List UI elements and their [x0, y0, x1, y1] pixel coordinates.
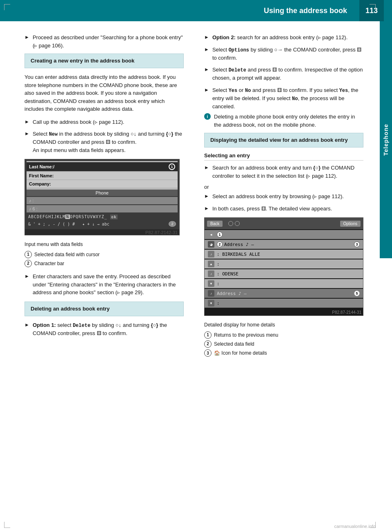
info-item: i Deleting a mobile phone book entry onl…	[204, 113, 363, 129]
sub-heading-selecting: Selecting an entry	[204, 152, 363, 161]
screenshot-detail-view: Back Options ◄ 1 ◕ 2 Address ♪ —	[204, 217, 363, 316]
back-button: Back	[207, 221, 223, 227]
header-title: Using the address book	[264, 7, 347, 15]
city-value: : ODENSE	[217, 271, 360, 277]
back-icon: ◄	[208, 231, 214, 238]
caption-item-2: 2 Character bar	[24, 259, 184, 268]
screenshot-inner: Last Name:/ 1 First Name: Company: Phone	[25, 159, 179, 229]
bullet-select-delete-text: Select Delete and press ⚅ to confirm. Ir…	[212, 66, 363, 82]
field-phone2: ♪ 6 :	[27, 205, 178, 212]
field-label: Last Name:/	[29, 164, 54, 169]
body-text-create: You can enter address data directly into…	[24, 73, 184, 113]
caption-num-d2: 2	[204, 340, 212, 348]
bullet-browse-entry: ► Select an address book entry by browsi…	[204, 192, 363, 201]
section-header-create: Creating a new entry in the address book	[24, 54, 184, 68]
corner-decoration-tl	[4, 4, 10, 10]
bullet-arrow: ►	[204, 46, 209, 62]
bullet-arrow: ►	[204, 66, 209, 82]
detail-fields: ◄ 1 ◕ 2 Address ♪ — 3 ♪ : BIRKEDALS ALLE	[205, 229, 363, 309]
bullet-yes-no: ► Select Yes or No and press ⚅ to confir…	[204, 86, 363, 111]
bullet-press-confirm-text: In both cases, press ⚅. The detailed vie…	[212, 205, 363, 213]
field-phone1: ♪ :	[27, 197, 178, 204]
detail-row-8: ▼ :	[205, 299, 363, 308]
caption-text-d2: Selected data field	[214, 340, 363, 348]
left-column: ► Proceed as described under "Searching …	[0, 29, 196, 367]
bullet-search-entry: ► Search for an address book entry and t…	[204, 164, 363, 180]
corner-decoration-bl	[4, 522, 10, 528]
bullet-arrow: ►	[204, 86, 209, 111]
caption-num-1: 1	[24, 251, 32, 258]
intro-bullet-text: Proceed as described under "Searching fo…	[33, 34, 184, 49]
caption-item-d1: 1 Returns to the previous menu	[204, 331, 363, 339]
caption-num-d3: 3	[204, 349, 212, 357]
caption-item-1: 1 Selected data field with cursor	[24, 250, 184, 259]
detail-row-3: ♪ : BIRKEDALS ALLE	[205, 250, 363, 259]
bullet-browse-text: Select an address book entry by browsing…	[212, 192, 363, 201]
header-bar: Using the address book 113	[0, 0, 392, 21]
bullet-arrow: ►	[24, 118, 29, 126]
badge-5: 5	[354, 291, 360, 296]
caption-block-2: Detailed display for home details 1 Retu…	[204, 321, 363, 358]
bullet-option2: ► Option 2: search for an address book e…	[204, 34, 363, 42]
bullet-arrow: ►	[204, 164, 209, 180]
circle-2: 2	[169, 221, 176, 227]
city-icon: ♪	[208, 270, 214, 277]
caption-num-2: 2	[24, 260, 32, 267]
phone-icon: ♪ :	[29, 198, 34, 203]
bullet-arrow: ►	[24, 321, 29, 338]
bullet-arrow: ►	[204, 34, 209, 42]
section-header-delete: Deleting an address book entry	[24, 302, 184, 316]
phone-header: Phone	[27, 190, 178, 196]
bullet-yes-no-text: Select Yes or No and press ⚅ to confirm.…	[212, 86, 363, 111]
field-label: Company:	[29, 181, 51, 186]
bullet-arrow: ►	[24, 130, 29, 154]
info-text: Deleting a mobile phone book entry only …	[214, 113, 363, 129]
street-icon: ♪	[208, 251, 214, 257]
detail-top-bar: Back Options	[205, 218, 363, 229]
caption-item-d3: 3 🏠 Icon for home details	[204, 349, 363, 357]
detail-row-5: ♪ : ODENSE	[205, 269, 363, 278]
caption-block-1: Input menu with data fields 1 Selected d…	[24, 240, 184, 268]
bullet-search-entry-text: Search for an address book entry and tur…	[212, 164, 363, 180]
section-header-detail: Displaying the detailed view for an addr…	[204, 133, 363, 148]
address-icon: ◕	[208, 241, 214, 248]
page-number: 113	[359, 0, 384, 21]
circle-1: 1	[169, 163, 175, 170]
field-firstname: First Name:	[27, 172, 178, 179]
row8-icon: ▼	[208, 300, 214, 306]
row4-value: :	[217, 262, 360, 267]
detail-row-7: ♪ Address ♪ — 5	[205, 289, 363, 298]
bullet-enter-chars: ► Enter characters and save the entry. P…	[24, 273, 184, 297]
top-circle-1	[228, 221, 233, 226]
badge-2: 2	[217, 241, 223, 247]
field-company: Company:	[27, 180, 178, 188]
watermark: carmanualonline.info	[334, 524, 376, 529]
char-bar2: & ' + ; , - / ( ) # ✦ + ↓ → abc	[28, 222, 169, 226]
right-column: ► Option 2: search for an address book e…	[196, 29, 380, 367]
row6-value: :	[217, 281, 360, 286]
bullet-arrow: ►	[204, 205, 209, 213]
bullet-option2-text: Option 2: search for an address book ent…	[212, 34, 363, 42]
row4-icon: ▲	[208, 261, 214, 267]
top-circle-2	[235, 221, 240, 226]
caption-title-1: Input menu with data fields	[24, 240, 184, 248]
address-label: Address ♪ —	[224, 242, 354, 247]
caption-num-d1: 1	[204, 331, 212, 339]
bullet-arrow: ►	[24, 34, 29, 49]
caption-text-1: Selected data field with cursor	[34, 250, 184, 259]
intro-bullet: ► Proceed as described under "Searching …	[24, 34, 184, 49]
info-icon: i	[204, 113, 211, 120]
field-lastname: Last Name:/ 1	[27, 162, 178, 171]
options-button: Options	[340, 221, 361, 227]
char-bar2-row: & ' + ; , - / ( ) # ✦ + ↓ → abc 2	[27, 220, 178, 228]
bullet-select-new: ► Select New in the address book by slid…	[24, 130, 184, 154]
main-content: ► Proceed as described under "Searching …	[0, 21, 392, 375]
field-label: First Name:	[29, 173, 54, 178]
screenshot-input-menu: Last Name:/ 1 First Name: Company: Phone	[24, 159, 180, 235]
detail-row-2: ◕ 2 Address ♪ — 3	[205, 240, 363, 249]
bullet-select-options-text: Select Options by sliding ○→ the COMAND …	[212, 46, 363, 62]
or-text: or	[204, 184, 363, 190]
bullet-callup-text: Call up the address book (▹ page 112).	[33, 118, 184, 126]
bullet-arrow: ►	[204, 192, 209, 201]
phone-icon2: ♪ 6 :	[29, 206, 38, 211]
